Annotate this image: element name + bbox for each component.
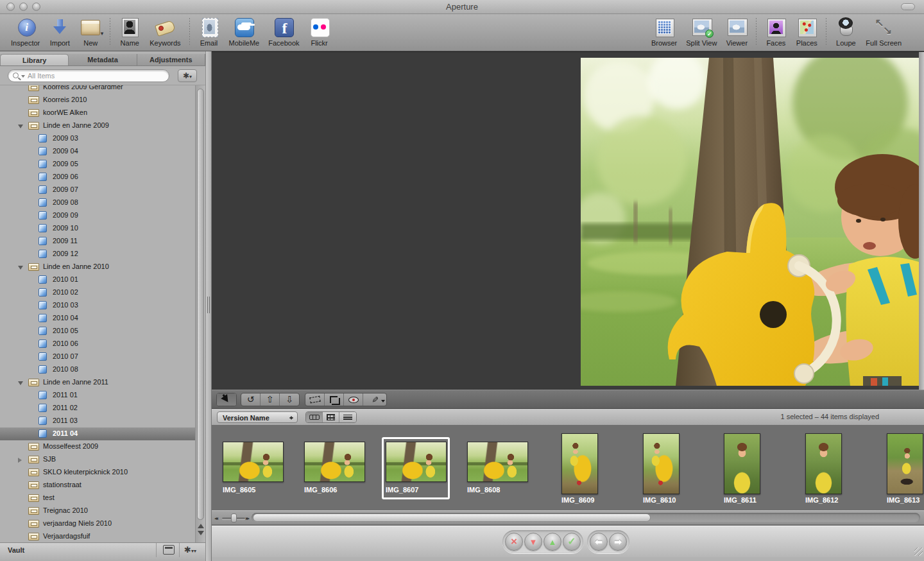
- gear-icon[interactable]: ✱: [178, 69, 197, 82]
- thumbnail-image[interactable]: [887, 433, 923, 494]
- split-view-button[interactable]: ✓Split View: [681, 14, 721, 47]
- scroll-down-icon[interactable]: [198, 531, 204, 539]
- thumbnail-image[interactable]: [724, 433, 760, 494]
- mobileme-button[interactable]: MobileMe: [225, 14, 264, 47]
- tree-item-linde-en-janne-2011[interactable]: Linde en Janne 2011: [0, 376, 195, 389]
- browser-button[interactable]: Browser: [647, 14, 681, 47]
- thumbnail-image[interactable]: [304, 442, 365, 482]
- filmstrip-scrollbar-thumb[interactable]: [253, 514, 651, 522]
- full-screen-button[interactable]: Full Screen: [861, 14, 906, 47]
- thumbnail-image[interactable]: [805, 433, 842, 494]
- filmstrip-scrollbar[interactable]: [252, 513, 920, 522]
- tab-adjustments[interactable]: Adjustments: [137, 54, 205, 65]
- splitter-grip-icon[interactable]: [207, 297, 210, 313]
- title-bar[interactable]: Aperture: [0, 0, 924, 14]
- flickr-button[interactable]: Flickr: [304, 14, 335, 47]
- thumbnail-image[interactable]: [223, 442, 284, 482]
- vault-panel-icon[interactable]: [163, 545, 175, 555]
- disclosure-open-icon[interactable]: [18, 125, 23, 131]
- tree-item-2011-04[interactable]: 2011 04: [0, 427, 195, 440]
- loupe-button[interactable]: Loupe: [830, 14, 861, 47]
- keywords-button[interactable]: Keywords: [145, 14, 185, 47]
- window-resize-grip[interactable]: [914, 548, 923, 556]
- lift-tool-icon[interactable]: ⇧: [261, 393, 280, 406]
- disclosure-closed-icon[interactable]: [18, 458, 24, 463]
- straighten-tool-icon[interactable]: [305, 393, 325, 406]
- tree-item-2009-06[interactable]: 2009 06: [0, 171, 195, 184]
- thumbnail-image[interactable]: [643, 433, 680, 494]
- tree-item-linde-en-janne-2010[interactable]: Linde en Janne 2010: [0, 261, 195, 273]
- tree-item-2010-02[interactable]: 2010 02: [0, 286, 195, 299]
- gear-icon[interactable]: ✱▾: [184, 545, 196, 555]
- tree-item-2011-03[interactable]: 2011 03: [0, 415, 195, 427]
- search-scope-caret-icon[interactable]: [21, 75, 25, 80]
- previous-icon[interactable]: ⬅: [590, 533, 608, 551]
- tree-item-2009-10[interactable]: 2009 10: [0, 222, 195, 235]
- disclosure-open-icon[interactable]: [18, 381, 23, 388]
- tree-item-2010-01[interactable]: 2010 01: [0, 273, 195, 286]
- tree-item-2009-11[interactable]: 2009 11: [0, 235, 195, 248]
- facebook-button[interactable]: Facebook: [264, 14, 304, 47]
- sidebar-splitter[interactable]: [205, 51, 212, 561]
- grid-view-icon[interactable]: [323, 412, 339, 422]
- tree-item-2010-06[interactable]: 2010 06: [0, 338, 195, 350]
- tree-item-treignac-2010[interactable]: Treignac 2010: [0, 505, 195, 517]
- thumbnail-size-slider[interactable]: [222, 517, 245, 519]
- search-field[interactable]: [8, 69, 169, 82]
- new-button[interactable]: New: [75, 14, 106, 47]
- tree-item-2009-04[interactable]: 2009 04: [0, 145, 195, 158]
- sort-popup[interactable]: Version Name: [217, 411, 298, 423]
- tree-item-mosselfeest-2009[interactable]: Mosselfeest 2009: [0, 440, 195, 453]
- tree-item-sklo-kleuterpicknick-2010[interactable]: SKLO kleuterpicknick 2010: [0, 466, 195, 479]
- thumbnail-larger-icon[interactable]: ▸▸: [246, 515, 248, 521]
- tree-item-2010-07[interactable]: 2010 07: [0, 350, 195, 363]
- thumbnail-smaller-icon[interactable]: ◂◂: [214, 515, 217, 521]
- quick-brush-tool-icon[interactable]: ✎: [363, 393, 386, 406]
- viewer-button[interactable]: Viewer: [721, 14, 752, 47]
- rate-up-icon[interactable]: ▲: [543, 533, 561, 551]
- next-icon[interactable]: ➡: [609, 533, 627, 551]
- thumbnail-image[interactable]: [467, 442, 528, 482]
- tree-item-2009-09[interactable]: 2009 09: [0, 209, 195, 222]
- stamp-tool-icon[interactable]: ⇩: [280, 393, 299, 406]
- red-eye-tool-icon[interactable]: [344, 393, 363, 406]
- tree-item-sjb[interactable]: SJB: [0, 453, 195, 466]
- filmstrip-view-icon[interactable]: [306, 412, 323, 422]
- thumbnail-image[interactable]: [561, 433, 598, 494]
- tree-item-stationstraat[interactable]: stationstraat: [0, 479, 195, 492]
- tree-item-2011-02[interactable]: 2011 02: [0, 402, 195, 415]
- search-input[interactable]: [28, 71, 162, 81]
- tree-item-koorreis-2010[interactable]: Koorreis 2010: [0, 94, 195, 107]
- list-view-icon[interactable]: [339, 412, 356, 422]
- rate-down-icon[interactable]: ▼: [524, 533, 542, 551]
- thumbnail-size-slider-thumb[interactable]: [231, 514, 237, 522]
- tree-item-test[interactable]: test: [0, 492, 195, 505]
- tree-item-2010-04[interactable]: 2010 04: [0, 312, 195, 325]
- tree-item-verjaardag-niels-2010[interactable]: verjaardag Niels 2010: [0, 517, 195, 530]
- rotate-tool-icon[interactable]: ↺: [241, 393, 261, 406]
- tree-item-koorreis-2009-gerardmer[interactable]: Koorreis 2009 Gerardmer: [0, 85, 195, 94]
- import-button[interactable]: Import: [44, 14, 75, 47]
- crop-tool-icon[interactable]: [325, 393, 344, 406]
- tree-item-linde-en-janne-2009[interactable]: Linde en Janne 2009: [0, 119, 195, 132]
- disclosure-open-icon[interactable]: [18, 266, 23, 272]
- email-button[interactable]: Email: [194, 14, 225, 47]
- tab-library[interactable]: Library: [0, 54, 69, 65]
- tree-item-2009-08[interactable]: 2009 08: [0, 196, 195, 209]
- inspector-button[interactable]: Inspector: [6, 14, 44, 47]
- tree-item-2011-01[interactable]: 2011 01: [0, 389, 195, 402]
- tree-item-2009-07[interactable]: 2009 07: [0, 184, 195, 196]
- sidebar-scrollbar-thumb[interactable]: [197, 89, 204, 520]
- selected-photo[interactable]: [581, 58, 919, 386]
- tree-item-2010-03[interactable]: 2010 03: [0, 299, 195, 312]
- faces-button[interactable]: Faces: [760, 14, 791, 47]
- selection-tool-icon[interactable]: [217, 393, 236, 406]
- scroll-up-icon[interactable]: [198, 521, 204, 528]
- tree-item-2010-08[interactable]: 2010 08: [0, 363, 195, 376]
- tree-item-2009-05[interactable]: 2009 05: [0, 158, 195, 171]
- tree-item-koorwe-alken[interactable]: koorWE Alken: [0, 107, 195, 119]
- sidebar-scrollbar[interactable]: [195, 85, 205, 542]
- tree-item-2009-03[interactable]: 2009 03: [0, 132, 195, 145]
- tree-item-2010-05[interactable]: 2010 05: [0, 325, 195, 338]
- toolbar-toggle-pill[interactable]: [901, 3, 915, 10]
